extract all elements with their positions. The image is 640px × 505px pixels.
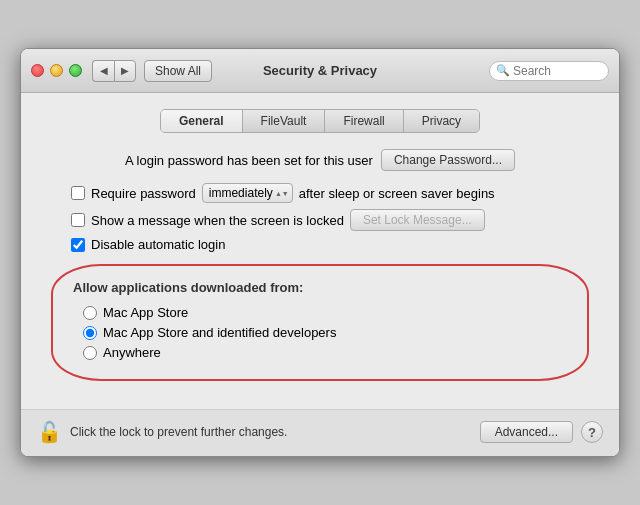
- advanced-button[interactable]: Advanced...: [480, 421, 573, 443]
- show-all-button[interactable]: Show All: [144, 60, 212, 82]
- login-password-row: A login password has been set for this u…: [41, 149, 599, 171]
- traffic-lights: [31, 64, 82, 77]
- minimize-button[interactable]: [50, 64, 63, 77]
- radio-anywhere: Anywhere: [83, 345, 567, 360]
- radio-mac-app-store-input[interactable]: [83, 306, 97, 320]
- require-password-suffix: after sleep or screen saver begins: [299, 186, 495, 201]
- titlebar: ◀ ▶ Show All Security & Privacy 🔍: [21, 49, 619, 93]
- disable-login-label: Disable automatic login: [91, 237, 225, 252]
- nav-buttons: ◀ ▶: [92, 60, 136, 82]
- radio-anywhere-label: Anywhere: [103, 345, 161, 360]
- lock-text: Click the lock to prevent further change…: [70, 425, 472, 439]
- tab-filevault[interactable]: FileVault: [243, 110, 326, 132]
- tab-privacy[interactable]: Privacy: [404, 110, 479, 132]
- maximize-button[interactable]: [69, 64, 82, 77]
- allow-section: Allow applications downloaded from: Mac …: [51, 264, 589, 381]
- radio-anywhere-input[interactable]: [83, 346, 97, 360]
- disable-login-checkbox[interactable]: [71, 238, 85, 252]
- tab-firewall[interactable]: Firewall: [325, 110, 403, 132]
- require-password-label: Require password: [91, 186, 196, 201]
- help-button[interactable]: ?: [581, 421, 603, 443]
- search-box[interactable]: 🔍: [489, 61, 609, 81]
- lock-icon[interactable]: 🔓: [37, 420, 62, 444]
- show-message-checkbox[interactable]: [71, 213, 85, 227]
- bottom-bar: 🔓 Click the lock to prevent further chan…: [21, 409, 619, 456]
- search-icon: 🔍: [496, 64, 510, 77]
- tab-general[interactable]: General: [161, 110, 243, 132]
- change-password-button[interactable]: Change Password...: [381, 149, 515, 171]
- allow-section-title: Allow applications downloaded from:: [73, 280, 567, 295]
- main-window: ◀ ▶ Show All Security & Privacy 🔍 Genera…: [20, 48, 620, 457]
- radio-mac-app-store-label: Mac App Store: [103, 305, 188, 320]
- radio-mac-app-store-identified: Mac App Store and identified developers: [83, 325, 567, 340]
- search-input[interactable]: [513, 64, 602, 78]
- show-message-label: Show a message when the screen is locked: [91, 213, 344, 228]
- close-button[interactable]: [31, 64, 44, 77]
- radio-mac-app-store-identified-input[interactable]: [83, 326, 97, 340]
- nav-forward-button[interactable]: ▶: [114, 60, 136, 82]
- window-title: Security & Privacy: [263, 63, 377, 78]
- disable-login-row: Disable automatic login: [71, 237, 599, 252]
- show-message-row: Show a message when the screen is locked…: [71, 209, 599, 231]
- content-area: General FileVault Firewall Privacy A log…: [21, 93, 619, 409]
- tab-group: General FileVault Firewall Privacy: [160, 109, 480, 133]
- nav-back-button[interactable]: ◀: [92, 60, 114, 82]
- require-password-row: Require password immediately after sleep…: [71, 183, 599, 203]
- radio-mac-app-store: Mac App Store: [83, 305, 567, 320]
- login-password-text: A login password has been set for this u…: [125, 153, 373, 168]
- tabs-container: General FileVault Firewall Privacy: [41, 109, 599, 133]
- radio-mac-app-store-identified-label: Mac App Store and identified developers: [103, 325, 336, 340]
- set-lock-message-button[interactable]: Set Lock Message...: [350, 209, 485, 231]
- require-password-dropdown-wrapper[interactable]: immediately: [202, 183, 293, 203]
- require-password-dropdown[interactable]: immediately: [202, 183, 293, 203]
- require-password-checkbox[interactable]: [71, 186, 85, 200]
